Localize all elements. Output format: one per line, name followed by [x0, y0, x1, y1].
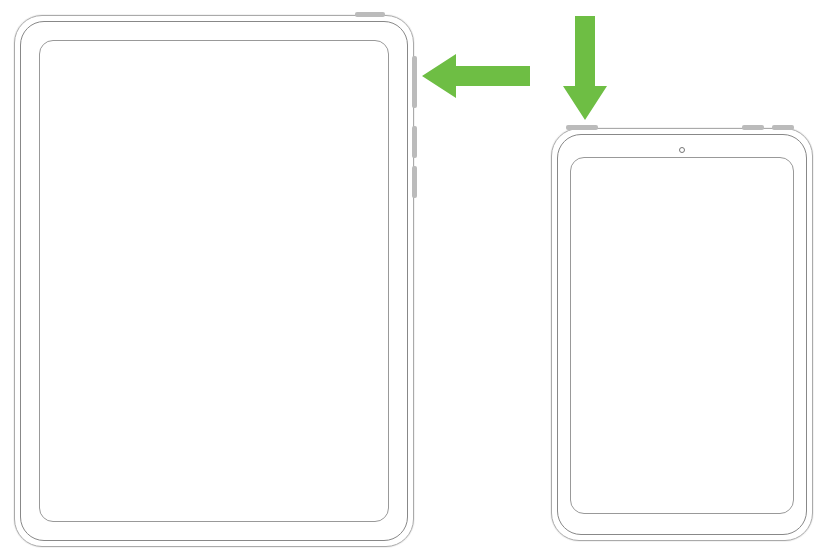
front-camera-icon: [679, 147, 685, 153]
ipad-large: [14, 15, 414, 547]
svg-marker-0: [422, 54, 530, 98]
arrow-left-icon: [422, 46, 542, 106]
volume-down-button-small: [772, 125, 794, 130]
side-button-large: [412, 56, 417, 108]
top-button-large: [355, 12, 385, 17]
svg-marker-1: [563, 16, 607, 120]
volume-up-button-large: [412, 126, 417, 158]
bezel-large: [20, 21, 408, 541]
arrow-down-icon: [555, 8, 615, 128]
volume-down-button-large: [412, 166, 417, 198]
ipad-small: [551, 128, 813, 541]
screen-small: [570, 157, 794, 514]
screen-large: [39, 40, 389, 522]
volume-up-button-small: [742, 125, 764, 130]
bezel-small: [557, 134, 807, 535]
